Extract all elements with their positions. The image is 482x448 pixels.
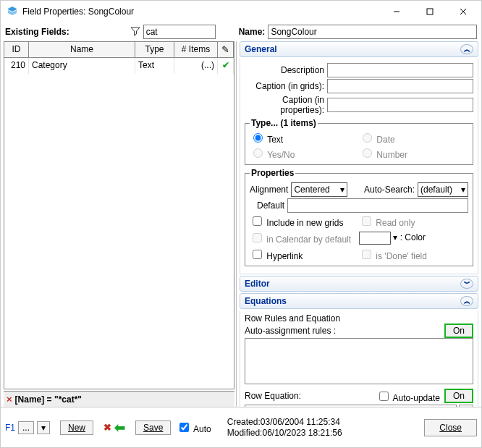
filter-expression: [Name] = "*cat*" (15, 394, 82, 405)
name-label: Name: (239, 27, 266, 37)
equations-header[interactable]: Equations ︽ (240, 293, 478, 309)
filter-clear-icon[interactable]: × (7, 394, 12, 405)
more-dropdown[interactable]: ▾ (37, 421, 50, 434)
general-header[interactable]: General ︽ (240, 41, 478, 57)
created-text: Created:03/06/2004 11:25:34 (227, 417, 342, 428)
radio-text[interactable]: Text (250, 131, 359, 145)
undo-icon[interactable]: ⬅ (114, 420, 125, 436)
fields-grid: ID Name Type # Items ✎ 210 Category Text… (4, 41, 234, 389)
type-fieldset: Type... (1 items) Text Date Yes/No Numbe… (245, 118, 473, 165)
chk-hyperlink[interactable]: Hyperlink (250, 248, 359, 261)
close-dialog-button[interactable]: Close (424, 419, 477, 436)
modified-text: Modified:06/10/2023 18:21:56 (227, 428, 342, 439)
caption-grids-input[interactable] (327, 79, 473, 93)
titlebar: Field Properties: SongColour (1, 1, 481, 22)
radio-yesno: Yes/No (250, 146, 359, 160)
name-input[interactable] (268, 25, 477, 39)
close-button[interactable] (447, 1, 480, 22)
delete-icon[interactable]: ✖ (103, 422, 111, 433)
row-equation-label: Row Equation: (245, 391, 301, 401)
chk-auto[interactable]: Auto (177, 420, 211, 434)
editor-header[interactable]: Editor ︾ (240, 276, 478, 292)
cell-items[interactable]: (...) (174, 58, 218, 74)
f1-label: F1 (5, 423, 15, 433)
color-row[interactable]: ▾ : Color (359, 232, 468, 245)
table-row[interactable]: 210 Category Text (...) ✔ (4, 58, 234, 74)
chk-calendar: in Calendar by default (250, 231, 359, 245)
radio-date: Date (359, 131, 468, 145)
caption-props-label: Caption (in properties): (245, 95, 324, 115)
row-equation-on-button[interactable]: On (444, 389, 473, 403)
default-input[interactable] (287, 198, 468, 213)
autosearch-label: Auto-Search: (364, 185, 415, 195)
cell-type: Text (135, 58, 174, 74)
alignment-label: Alignment (250, 185, 288, 195)
alignment-select[interactable]: Centered▾ (291, 182, 347, 197)
caption-props-input[interactable] (327, 98, 473, 112)
minimize-button[interactable] (380, 1, 413, 22)
col-check-icon[interactable]: ✎ (218, 42, 234, 57)
default-label: Default (250, 200, 284, 211)
col-type[interactable]: Type (135, 42, 174, 57)
row-rules-label: Row Rules and Equation (245, 313, 473, 324)
cell-name: Category (29, 58, 135, 74)
timestamps: Created:03/06/2004 11:25:34 Modified:06/… (227, 417, 342, 439)
chk-done: is 'Done' field (359, 248, 468, 261)
app-icon (7, 6, 18, 17)
cell-id: 210 (4, 58, 29, 74)
chk-auto-update[interactable]: Auto-update (376, 389, 440, 403)
auto-rules-label: Auto-assignment rules : (245, 326, 336, 336)
col-items[interactable]: # Items (174, 42, 218, 57)
svg-rect-1 (427, 9, 433, 14)
col-id[interactable]: ID (4, 42, 29, 57)
window-title: Field Properties: SongColour (22, 7, 380, 17)
type-legend: Type... (1 items) (250, 118, 318, 128)
col-name[interactable]: Name (29, 42, 135, 57)
chevron-up-icon[interactable]: ︽ (460, 296, 473, 306)
filter-icon[interactable] (130, 26, 140, 38)
maximize-button[interactable] (413, 1, 447, 22)
chk-include[interactable]: Include in new grids (250, 214, 359, 228)
chevron-up-icon[interactable]: ︽ (460, 44, 473, 54)
auto-rules-on-button[interactable]: On (444, 324, 473, 338)
filter-input[interactable] (143, 25, 216, 39)
properties-legend: Properties (250, 168, 295, 178)
properties-fieldset: Properties Alignment Centered▾ Auto-Sear… (245, 168, 473, 266)
caption-grids-label: Caption (in grids): (245, 81, 324, 91)
existing-fields-label: Existing Fields: (5, 27, 69, 37)
auto-rules-textarea[interactable] (245, 338, 473, 384)
description-input[interactable] (327, 63, 473, 77)
chk-readonly: Read only (359, 214, 468, 228)
more-button[interactable]: ... (18, 421, 34, 434)
radio-number: Number (359, 146, 468, 160)
cell-check-icon: ✔ (218, 58, 234, 74)
description-label: Description (245, 65, 324, 75)
chevron-down-icon[interactable]: ︾ (460, 279, 473, 289)
new-button[interactable]: New (60, 420, 93, 435)
autosearch-select[interactable]: (default)▾ (418, 182, 468, 197)
save-button[interactable]: Save (135, 420, 171, 435)
filter-bar: × [Name] = "*cat*" (4, 391, 234, 407)
